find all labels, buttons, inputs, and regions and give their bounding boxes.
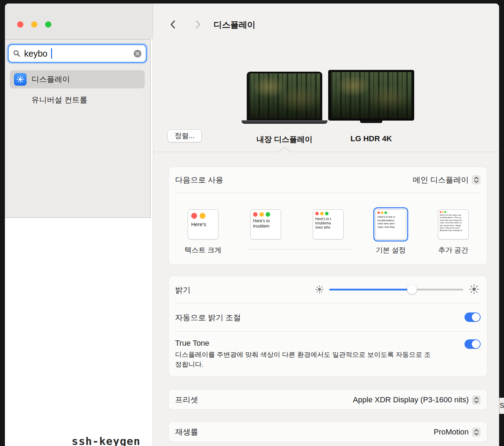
use-as-row: 다음으로 사용 메인 디스플레이 bbox=[169, 167, 487, 193]
section-divider bbox=[153, 152, 499, 152]
scaling-option-more-space[interactable]: Here's to the crazy one troublemakers. T… bbox=[438, 209, 469, 239]
chevron-up-down-icon bbox=[473, 429, 480, 436]
wallpaper-thumbnail bbox=[249, 73, 320, 119]
search-result-displays[interactable]: 디스플레이 bbox=[10, 70, 145, 88]
row-divider bbox=[175, 193, 481, 193]
preview-window-dots bbox=[438, 210, 468, 214]
brightness-label: 밝기 bbox=[175, 285, 190, 295]
builtin-display-label: 내장 디스플레이 bbox=[232, 134, 337, 145]
chevron-up-down-icon bbox=[473, 176, 480, 184]
preview-text-line: Here's to t bbox=[313, 217, 343, 221]
search-input[interactable]: keybo bbox=[8, 44, 147, 63]
preview-text-line: Here's to the cr bbox=[376, 215, 406, 219]
back-button[interactable] bbox=[167, 19, 179, 30]
refresh-rate-card: 재생률 ProMotion bbox=[168, 422, 487, 442]
preview-text-line: can quote them, disagr bbox=[438, 224, 468, 227]
external-display-preview[interactable] bbox=[328, 70, 414, 121]
scaling-option-2[interactable]: Here's to troublem bbox=[250, 209, 281, 239]
preset-dropdown[interactable] bbox=[472, 395, 481, 405]
true-tone-toggle[interactable] bbox=[465, 339, 481, 349]
resolution-card: 다음으로 사용 메인 디스플레이 bbox=[168, 167, 487, 265]
chevron-right-icon bbox=[193, 19, 202, 30]
use-as-dropdown[interactable] bbox=[472, 175, 481, 185]
use-as-label: 다음으로 사용 bbox=[175, 175, 223, 185]
scaling-label-more-space: 추가 공간 bbox=[425, 245, 481, 255]
display-settings-pane: 디스플레이 내장 디스플레이 LG HDR 4K 정렬... 다음으로 사용 bbox=[153, 3, 499, 446]
scaling-label-larger-text: 텍스트 크게 bbox=[175, 245, 231, 255]
wallpaper-thumbnail bbox=[331, 72, 412, 118]
preview-text-line: troublem bbox=[251, 224, 281, 229]
preview-window-dots bbox=[313, 210, 343, 217]
monitor-stand bbox=[360, 121, 382, 123]
laptop-base bbox=[242, 120, 327, 124]
preview-text-line: ones who see things dif bbox=[438, 219, 468, 222]
scaling-option-default[interactable]: Here's to the cr troublemakers. ones who… bbox=[375, 209, 406, 239]
scaling-label-default: 기본 설정 bbox=[363, 245, 419, 255]
preset-label: 프리셋 bbox=[175, 395, 198, 405]
preview-text-line: Because they change th bbox=[438, 229, 468, 232]
preview-text-line: troublemakers. bbox=[376, 219, 406, 222]
auto-brightness-label: 자동으로 밝기 조절 bbox=[175, 312, 241, 323]
search-results-panel: keybo bbox=[5, 39, 151, 218]
titlebar bbox=[5, 3, 153, 39]
brightness-slider-thumb[interactable] bbox=[407, 285, 417, 294]
refresh-rate-label: 재생률 bbox=[175, 427, 198, 437]
true-tone-label: True Tone bbox=[175, 339, 209, 348]
chevron-up-down-icon bbox=[473, 396, 480, 404]
refresh-rate-dropdown[interactable] bbox=[472, 427, 481, 437]
traffic-lights bbox=[17, 21, 51, 28]
scaling-option-larger-text[interactable]: Here's bbox=[188, 209, 218, 239]
desktop: ssh-keygen s keybo bbox=[0, 0, 504, 446]
preview-text-line: rules. And they bbox=[376, 225, 406, 229]
chevron-left-icon bbox=[168, 19, 178, 30]
preview-window-dots bbox=[188, 210, 218, 221]
minimize-button[interactable] bbox=[31, 21, 37, 28]
close-button[interactable] bbox=[17, 21, 23, 28]
preset-row: 프리셋 Apple XDR Display (P3-1600 nits) bbox=[169, 390, 487, 410]
zoom-button[interactable] bbox=[45, 21, 51, 28]
use-as-value: 메인 디스플레이 bbox=[413, 175, 469, 185]
display-brightness-icon bbox=[14, 73, 27, 86]
scaling-track-line bbox=[247, 249, 351, 250]
preview-text-line: troublemakers. The rou bbox=[438, 216, 468, 219]
auto-brightness-toggle[interactable] bbox=[465, 312, 481, 322]
preview-text-line: ones who see t bbox=[376, 222, 406, 225]
clear-icon bbox=[134, 50, 142, 58]
preset-value: Apple XDR Display (P3-1600 nits) bbox=[353, 395, 469, 404]
sidebar: keybo bbox=[5, 3, 153, 446]
refresh-rate-row: 재생률 ProMotion bbox=[169, 422, 487, 442]
builtin-display-preview[interactable] bbox=[247, 72, 322, 121]
clear-search-button[interactable] bbox=[134, 50, 142, 58]
search-value: keybo bbox=[24, 49, 48, 59]
preview-text-line: Here's bbox=[188, 221, 218, 228]
brightness-high-icon bbox=[469, 284, 480, 295]
search-result-universal-control[interactable]: 유니버설 컨트롤 bbox=[10, 91, 145, 109]
arrange-button[interactable]: 정렬... bbox=[167, 129, 202, 142]
preview-window-dots bbox=[376, 210, 406, 215]
brightness-slider-fill bbox=[329, 289, 412, 290]
background-window-fragment: s bbox=[499, 398, 504, 414]
row-divider bbox=[175, 331, 481, 332]
system-settings-window: keybo bbox=[5, 3, 499, 446]
preview-text-line: them. About the only t bbox=[438, 227, 468, 229]
page-title: 디스플레이 bbox=[214, 19, 255, 30]
scaling-option-3[interactable]: Here's to t troublema ones who bbox=[313, 209, 344, 239]
search-result-label: 유니버설 컨트롤 bbox=[31, 95, 87, 105]
preview-text-line: Here's to the crazy one bbox=[438, 214, 468, 216]
preview-text-line: troublema bbox=[313, 221, 343, 225]
true-tone-description: 디스플레이를 주변광에 맞춰 색상이 다른 환경에서도 일관적으로 보이도록 자… bbox=[175, 350, 435, 369]
brightness-low-icon bbox=[315, 285, 324, 294]
preview-text-line: Here's to bbox=[251, 218, 281, 224]
preview-text-line: ones who bbox=[313, 225, 343, 230]
preview-text-line: rules. And they have no bbox=[438, 222, 468, 224]
brightness-card: 밝기 bbox=[168, 276, 487, 376]
search-icon bbox=[13, 50, 21, 57]
forward-button[interactable] bbox=[192, 19, 203, 30]
row-divider bbox=[175, 303, 481, 303]
background-terminal-text: ssh-keygen bbox=[72, 435, 141, 446]
toggle-knob bbox=[472, 340, 480, 348]
selected-display-pointer-fill bbox=[279, 148, 290, 152]
text-cursor bbox=[51, 48, 52, 59]
preset-card: 프리셋 Apple XDR Display (P3-1600 nits) bbox=[168, 389, 487, 410]
preview-window-dots bbox=[251, 210, 281, 218]
